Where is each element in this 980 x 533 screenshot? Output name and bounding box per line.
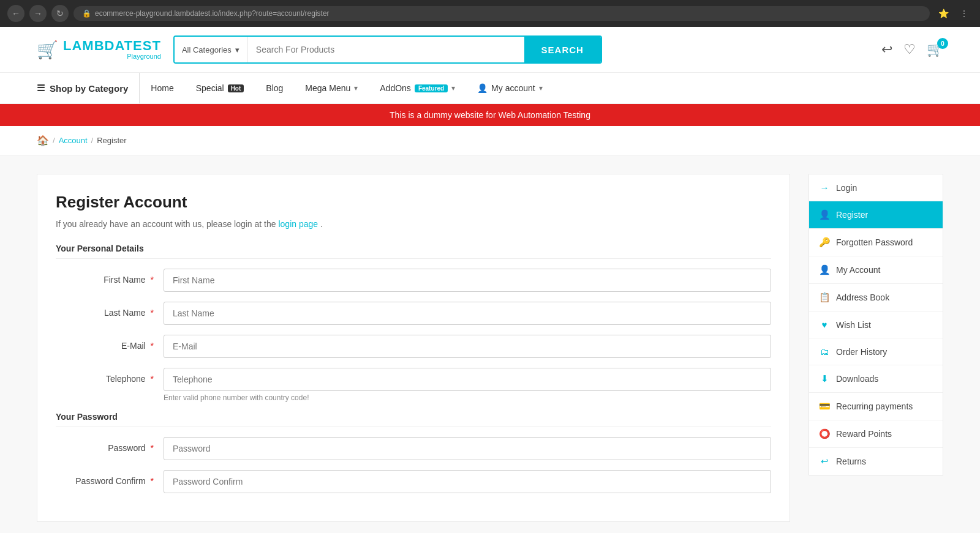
sidebar-item-reward-points[interactable]: ⭕ Reward Points: [809, 420, 943, 448]
site-wrapper: 🛒 LAMBDATEST Playground All Categories ▾…: [0, 27, 980, 533]
shop-by-category-label: Shop by Category: [50, 83, 128, 94]
mega-menu-chevron: ▾: [354, 84, 358, 92]
sidebar-downloads-label: Downloads: [836, 374, 878, 384]
main-content: Register Account If you already have an …: [0, 155, 980, 533]
back-icon-button[interactable]: ↩: [881, 42, 892, 58]
sidebar: → Login 👤 Register 🔑 Forgotten Password …: [809, 174, 943, 522]
back-icon: ↩: [881, 42, 892, 58]
nav-mega-menu[interactable]: Mega Menu ▾: [294, 73, 369, 103]
password-confirm-input[interactable]: [164, 470, 771, 493]
email-row: E-Mail *: [56, 335, 771, 358]
back-button[interactable]: ←: [7, 5, 24, 22]
sidebar-item-returns[interactable]: ↩ Returns: [809, 448, 943, 475]
sidebar-login-label: Login: [836, 183, 857, 193]
sidebar-item-login[interactable]: → Login: [809, 174, 943, 201]
logo-sub: Playground: [63, 53, 161, 60]
order-history-icon: 🗂: [819, 346, 830, 357]
required-star-2: *: [151, 308, 154, 318]
logo-icon: 🛒: [37, 40, 58, 60]
password-confirm-row: Password Confirm *: [56, 470, 771, 493]
browser-chrome: ← → ↻ 🔒 ecommerce-playground.lambdatest.…: [0, 0, 980, 27]
forward-button[interactable]: →: [29, 5, 47, 22]
sidebar-item-downloads[interactable]: ⬇ Downloads: [809, 365, 943, 393]
sidebar-item-wish-list[interactable]: ♥ Wish List: [809, 311, 943, 338]
logo[interactable]: 🛒 LAMBDATEST Playground: [37, 39, 161, 60]
email-field: [164, 335, 771, 358]
reload-button[interactable]: ↻: [51, 5, 69, 22]
sidebar-register-label: Register: [836, 210, 868, 220]
first-name-input[interactable]: [164, 269, 771, 292]
last-name-field: [164, 302, 771, 325]
required-star-5: *: [151, 443, 154, 453]
email-input[interactable]: [164, 335, 771, 358]
sidebar-item-address-book[interactable]: 📋 Address Book: [809, 284, 943, 311]
chevron-down-icon: ▾: [235, 45, 239, 54]
sidebar-address-book-label: Address Book: [836, 293, 889, 302]
header-icons: ↩ ♡ 🛒 0: [881, 42, 943, 58]
returns-icon: ↩: [819, 456, 830, 467]
search-input[interactable]: [247, 37, 524, 62]
recurring-icon: 💳: [819, 401, 830, 412]
hot-badge: Hot: [228, 84, 244, 92]
nav-special[interactable]: Special Hot: [185, 73, 255, 103]
search-button[interactable]: SEARCH: [524, 37, 601, 62]
last-name-label: Last Name *: [56, 302, 154, 318]
sidebar-reward-label: Reward Points: [836, 429, 892, 439]
required-star-6: *: [151, 476, 154, 486]
required-star: *: [151, 275, 154, 285]
password-input[interactable]: [164, 437, 771, 460]
heart-icon-sidebar: ♥: [819, 319, 830, 330]
account-person-icon: 👤: [819, 264, 830, 275]
shop-by-category[interactable]: ☰ Shop by Category: [37, 73, 140, 103]
telephone-label: Telephone *: [56, 368, 154, 384]
password-field: [164, 437, 771, 460]
wishlist-button[interactable]: ♡: [903, 42, 916, 58]
extensions-button[interactable]: ⭐: [935, 5, 952, 22]
category-label: All Categories: [182, 45, 232, 54]
telephone-input[interactable]: [164, 368, 771, 391]
sidebar-item-order-history[interactable]: 🗂 Order History: [809, 338, 943, 365]
heart-icon: ♡: [903, 42, 916, 58]
nav-links: Home Special Hot Blog Mega Menu ▾ AddOns…: [140, 73, 553, 103]
nav-home[interactable]: Home: [140, 73, 184, 103]
sidebar-order-history-label: Order History: [836, 347, 887, 357]
sidebar-item-my-account[interactable]: 👤 My Account: [809, 256, 943, 284]
required-star-4: *: [151, 374, 154, 384]
promo-banner: This is a dummy website for Web Automati…: [0, 104, 980, 126]
address-book-icon: 📋: [819, 292, 830, 303]
login-page-link[interactable]: login page: [278, 219, 318, 229]
telephone-row: Telephone * Enter valid phone number wit…: [56, 368, 771, 402]
featured-badge: Featured: [415, 84, 448, 92]
telephone-field: Enter valid phone number with country co…: [164, 368, 771, 402]
nav-blog[interactable]: Blog: [255, 73, 294, 103]
nav-my-account[interactable]: 👤 My account ▾: [466, 73, 554, 103]
category-dropdown[interactable]: All Categories ▾: [175, 37, 247, 62]
sidebar-returns-label: Returns: [836, 457, 866, 466]
cart-badge: 0: [937, 38, 948, 49]
last-name-input[interactable]: [164, 302, 771, 325]
sidebar-item-register[interactable]: 👤 Register: [809, 201, 943, 229]
address-bar[interactable]: 🔒 ecommerce-playground.lambdatest.io/ind…: [74, 6, 930, 21]
nav-addons[interactable]: AddOns Featured ▾: [369, 73, 466, 103]
lock-icon: 🔒: [82, 9, 91, 18]
header: 🛒 LAMBDATEST Playground All Categories ▾…: [0, 27, 980, 73]
logo-name: LAMBDATEST: [63, 39, 161, 53]
sidebar-item-forgotten-password[interactable]: 🔑 Forgotten Password: [809, 229, 943, 256]
breadcrumb: 🏠 / Account / Register: [0, 126, 980, 155]
first-name-row: First Name *: [56, 269, 771, 292]
first-name-label: First Name *: [56, 269, 154, 285]
cart-button[interactable]: 🛒 0: [927, 42, 943, 58]
downloads-icon: ⬇: [819, 373, 830, 384]
sidebar-item-recurring-payments[interactable]: 💳 Recurring payments: [809, 393, 943, 420]
url-text: ecommerce-playground.lambdatest.io/index…: [95, 9, 330, 18]
browser-icons: ⭐ ⋮: [935, 5, 973, 22]
breadcrumb-account[interactable]: Account: [59, 136, 88, 145]
search-bar: All Categories ▾ SEARCH: [173, 35, 602, 64]
menu-button[interactable]: ⋮: [956, 5, 973, 22]
first-name-field: [164, 269, 771, 292]
addons-chevron: ▾: [451, 84, 455, 92]
hamburger-icon: ☰: [37, 83, 45, 94]
password-confirm-label: Password Confirm *: [56, 470, 154, 486]
breadcrumb-home[interactable]: 🏠: [37, 135, 49, 146]
form-area: Register Account If you already have an …: [37, 174, 790, 522]
